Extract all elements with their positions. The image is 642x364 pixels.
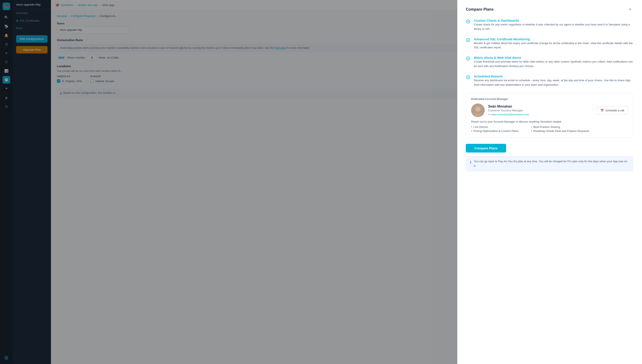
main-content: 🐙 Synthetics › random test app › store u… xyxy=(51,0,642,364)
feature-custom-charts: Custom Charts & Dashboards Create charts… xyxy=(466,19,633,32)
calendar-icon: 📅 xyxy=(600,109,604,112)
close-button[interactable]: × xyxy=(627,6,633,13)
payg-text: You can go back to Pay-As-You-Go plan at… xyxy=(474,159,629,168)
bullet-dot-1: • xyxy=(471,125,472,128)
feature-desc-ssl: Monitor & get notified about the expiry … xyxy=(474,41,633,50)
payg-info-icon: ℹ xyxy=(470,160,471,165)
checkmark-icon-custom-charts xyxy=(466,19,470,24)
feature-content-ssl: Advanced SSL Certificate Monitoring Moni… xyxy=(474,37,633,50)
checkmark-icon-metric-alerts xyxy=(466,56,470,61)
account-person: Seán Monahan Customer Success Manager ✉ … xyxy=(471,104,628,117)
feature-scheduled-reports: Scheduled Reports Receive any dashboard … xyxy=(466,74,633,87)
feature-content-scheduled-reports: Scheduled Reports Receive any dashboard … xyxy=(474,74,633,87)
avatar xyxy=(471,104,485,117)
person-info: Seán Monahan Customer Success Manager ✉ … xyxy=(488,104,593,116)
modal-title: Compare Plans xyxy=(466,7,494,12)
bullet-live-demos: • Live Demos xyxy=(471,125,518,128)
feature-desc-custom-charts: Create charts for any metric regardless … xyxy=(474,22,633,32)
compare-plans-button[interactable]: Compare Plans xyxy=(466,144,506,152)
bullet-dot-2: • xyxy=(471,130,472,132)
feature-desc-scheduled-reports: Receive any dashboard via email on sched… xyxy=(474,78,633,87)
email-link[interactable]: sean.monahan@sematext.com xyxy=(491,113,529,116)
person-email: ✉ sean.monahan@sematext.com xyxy=(488,113,593,116)
feature-ssl-monitoring: Advanced SSL Certificate Monitoring Moni… xyxy=(466,37,633,50)
feature-title-custom-charts[interactable]: Custom Charts & Dashboards xyxy=(474,19,519,22)
feature-title-metric-alerts[interactable]: Metric Alerts & Web Vital Alerts xyxy=(474,56,521,60)
feature-content-metric-alerts: Metric Alerts & Web Vital Alerts Create … xyxy=(474,56,633,68)
bullet-dot-3: • xyxy=(531,125,532,128)
account-manager-title: Dedicated Account Manager xyxy=(471,97,628,100)
bullet-pricing: • Pricing Optimization & Custom Plans xyxy=(471,130,518,132)
modal-header: Compare Plans × xyxy=(466,6,633,13)
account-manager-box: Dedicated Account Manager Seán Monahan C… xyxy=(466,93,633,138)
checkmark-icon-ssl xyxy=(466,38,470,42)
payg-notice: ℹ You can go back to Pay-As-You-Go plan … xyxy=(466,156,633,172)
modal-overlay[interactable]: Compare Plans × Custom Charts & Dashboar… xyxy=(51,0,642,364)
person-name: Seán Monahan xyxy=(488,104,593,108)
feature-desc-metric-alerts: Create threshold and anomaly alerts for … xyxy=(474,60,633,68)
bullet-dot-4: • xyxy=(531,130,532,132)
feature-content-custom-charts: Custom Charts & Dashboards Create charts… xyxy=(474,19,633,32)
bullets-row: • Live Demos • Pricing Optimization & Cu… xyxy=(471,125,628,134)
feature-title-ssl[interactable]: Advanced SSL Certificate Monitoring xyxy=(474,37,530,41)
bullet-roadmap: • Roadmap Sneak Peek and Feature Request… xyxy=(531,130,589,132)
modal-panel: Compare Plans × Custom Charts & Dashboar… xyxy=(457,0,642,364)
feature-metric-alerts: Metric Alerts & Web Vital Alerts Create … xyxy=(466,56,633,68)
feature-title-scheduled-reports[interactable]: Scheduled Reports xyxy=(474,74,503,78)
bullets-left: • Live Demos • Pricing Optimization & Cu… xyxy=(471,125,518,134)
schedule-call-label: Schedule a call xyxy=(605,109,624,112)
bullets-right: • Best Practice Sharing • Roadmap Sneak … xyxy=(531,125,589,134)
checkmark-icon-scheduled-reports xyxy=(466,75,470,80)
schedule-call-button[interactable]: 📅 Schedule a call xyxy=(596,106,628,114)
reach-out-text: Reach out to your Account Manager to dis… xyxy=(471,120,628,123)
person-job-title: Customer Success Manager xyxy=(488,109,593,112)
svg-point-5 xyxy=(475,106,480,112)
bullet-best-practice: • Best Practice Sharing xyxy=(531,125,589,128)
